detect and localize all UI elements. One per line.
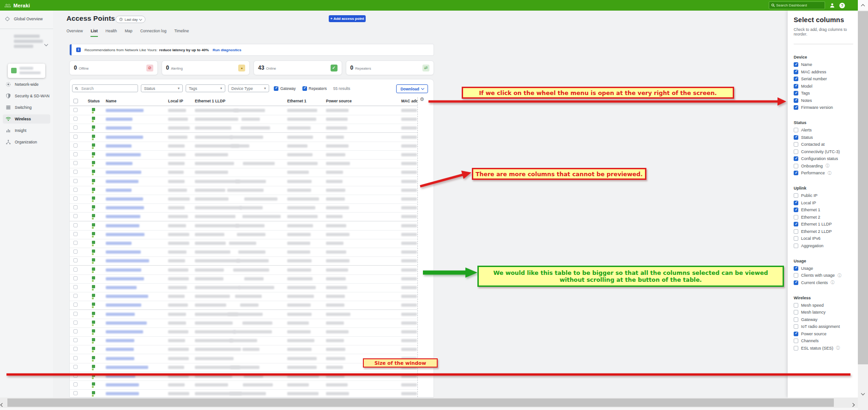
row-checkbox[interactable] xyxy=(73,214,78,218)
row-checkbox[interactable] xyxy=(73,241,78,245)
row-checkbox[interactable] xyxy=(73,276,78,280)
table-row[interactable] xyxy=(70,106,417,115)
column-option-tags[interactable]: Tags xyxy=(794,91,853,95)
row-checkbox[interactable] xyxy=(73,143,78,148)
row-checkbox[interactable] xyxy=(73,267,78,272)
table-row[interactable] xyxy=(70,310,417,319)
table-search-input[interactable] xyxy=(80,86,133,91)
table-row[interactable] xyxy=(70,380,417,390)
row-checkbox[interactable] xyxy=(73,285,78,289)
row-checkbox[interactable] xyxy=(73,303,78,307)
row-checkbox[interactable] xyxy=(73,223,78,227)
column-header-status[interactable]: Status xyxy=(88,99,100,103)
filter-device-type[interactable]: Device Type▾ xyxy=(228,84,269,92)
filter-status[interactable]: Status▾ xyxy=(141,84,183,92)
column-option-serial-number[interactable]: Serial number xyxy=(794,77,853,81)
column-option-connectivity-utc-3[interactable]: Connectivity (UTC-3) xyxy=(794,149,853,154)
table-row[interactable] xyxy=(70,212,417,221)
table-row[interactable] xyxy=(70,195,417,204)
column-option-ethernet-1[interactable]: Ethernet 1 xyxy=(794,208,853,212)
row-checkbox[interactable] xyxy=(73,108,78,112)
tab-list[interactable]: List xyxy=(90,29,97,37)
table-row[interactable] xyxy=(70,124,417,133)
row-checkbox[interactable] xyxy=(73,232,78,236)
row-checkbox[interactable] xyxy=(73,338,78,342)
tab-overview[interactable]: Overview xyxy=(66,29,83,37)
table-row[interactable] xyxy=(70,221,417,231)
table-row[interactable] xyxy=(70,230,417,239)
column-option-model[interactable]: Model xyxy=(794,84,853,89)
column-option-mac-address[interactable]: MAC address xyxy=(794,70,853,74)
row-checkbox[interactable] xyxy=(73,117,78,121)
table-row[interactable] xyxy=(70,239,417,248)
status-card-offline[interactable]: 0Offline⊘ xyxy=(69,60,158,75)
table-row[interactable] xyxy=(70,336,417,345)
filter-checkbox-repeaters[interactable]: Repeaters xyxy=(302,86,327,91)
sidebar-item-network-wide[interactable]: Network-wide xyxy=(3,80,50,89)
table-row[interactable] xyxy=(70,115,417,124)
table-search[interactable] xyxy=(72,84,138,92)
row-checkbox[interactable] xyxy=(73,321,78,325)
scroll-right-arrow[interactable] xyxy=(851,400,854,408)
sidebar-item-global-overview[interactable]: Global Overview xyxy=(5,16,42,22)
dashboard-search-input[interactable] xyxy=(775,3,823,8)
status-card-alerting[interactable]: 0Alerting● xyxy=(162,60,250,75)
row-checkbox[interactable] xyxy=(73,179,78,183)
row-checkbox[interactable] xyxy=(73,170,78,174)
sidebar-item-organization[interactable]: Organization xyxy=(3,137,50,147)
scroll-left-arrow[interactable] xyxy=(1,400,4,408)
org-selector-chevron-icon[interactable] xyxy=(45,39,48,48)
table-row[interactable] xyxy=(70,327,417,337)
column-option-status[interactable]: Status xyxy=(794,135,853,140)
column-option-power-source[interactable]: Power source xyxy=(794,332,853,336)
account-icon[interactable] xyxy=(829,2,835,8)
row-checkbox[interactable] xyxy=(73,152,78,156)
table-row[interactable] xyxy=(70,150,417,160)
tab-health[interactable]: Health xyxy=(106,29,117,37)
status-card-repeaters[interactable]: 0Repeaters⇄ xyxy=(346,60,434,75)
row-checkbox[interactable] xyxy=(73,391,78,395)
select-all-checkbox[interactable] xyxy=(73,99,78,103)
column-header-ethernet-1[interactable]: Ethernet 1 xyxy=(287,99,307,103)
column-option-ethernet-2-lldp[interactable]: Ethernet 2 LLDP xyxy=(794,229,853,234)
table-row[interactable] xyxy=(70,372,417,381)
table-row[interactable] xyxy=(70,292,417,301)
table-row[interactable] xyxy=(70,319,417,328)
table-row[interactable] xyxy=(70,248,417,257)
table-row[interactable] xyxy=(70,159,417,168)
sidebar-item-switching[interactable]: Switching xyxy=(3,103,50,112)
horizontal-scrollbar-thumb[interactable] xyxy=(7,398,834,407)
table-row[interactable] xyxy=(70,283,417,292)
help-icon[interactable]: ? xyxy=(839,3,845,8)
column-option-public-ip[interactable]: Public IP xyxy=(794,193,853,198)
network-selector[interactable] xyxy=(8,64,45,78)
row-checkbox[interactable] xyxy=(73,356,78,360)
column-option-performance[interactable]: Performanceⓘ xyxy=(794,171,853,175)
dashboard-search[interactable] xyxy=(769,1,825,9)
column-option-channels[interactable]: Channels xyxy=(794,339,853,343)
column-option-configuration-status[interactable]: Configuration status xyxy=(794,156,853,161)
column-header-local-ip[interactable]: Local IP xyxy=(168,99,183,103)
column-option-contacted-at[interactable]: Contacted at xyxy=(794,142,853,147)
column-option-iot-radio-assignment[interactable]: IoT radio assignment xyxy=(794,324,853,329)
row-checkbox[interactable] xyxy=(73,135,78,139)
column-option-usage[interactable]: Usage xyxy=(794,266,853,271)
column-option-clients-with-usage[interactable]: Clients with usageⓘ xyxy=(794,273,853,278)
row-checkbox[interactable] xyxy=(73,205,78,209)
row-checkbox[interactable] xyxy=(73,161,78,165)
table-row[interactable] xyxy=(70,133,417,142)
table-row[interactable] xyxy=(70,186,417,195)
column-option-aggregation[interactable]: Aggregation xyxy=(794,244,853,248)
meraki-logo[interactable]: ılıılıcisco Meraki xyxy=(5,3,30,8)
run-diagnostics-link[interactable]: Run diagnostics xyxy=(212,48,241,52)
sidebar-item-security-sd-wan[interactable]: Security & SD-WAN xyxy=(3,91,50,101)
row-checkbox[interactable] xyxy=(73,365,78,369)
row-checkbox[interactable] xyxy=(73,258,78,262)
column-option-ethernet-2[interactable]: Ethernet 2 xyxy=(794,215,853,220)
column-header-ethernet-1-lldp[interactable]: Ethernet 1 LLDP xyxy=(195,99,225,103)
table-row[interactable] xyxy=(70,301,417,310)
column-option-gateway[interactable]: Gateway xyxy=(794,317,853,322)
scroll-down-arrow[interactable] xyxy=(858,390,868,398)
table-row[interactable] xyxy=(70,168,417,177)
table-row[interactable] xyxy=(70,389,417,398)
